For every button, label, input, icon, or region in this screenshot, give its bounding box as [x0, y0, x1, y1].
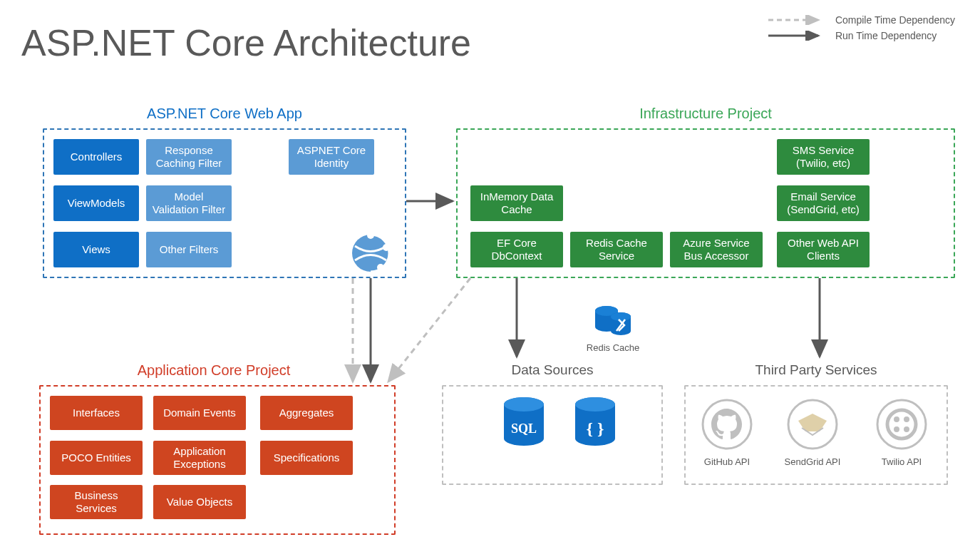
- svg-line-28: [388, 278, 470, 382]
- arrows-layer: [0, 0, 980, 537]
